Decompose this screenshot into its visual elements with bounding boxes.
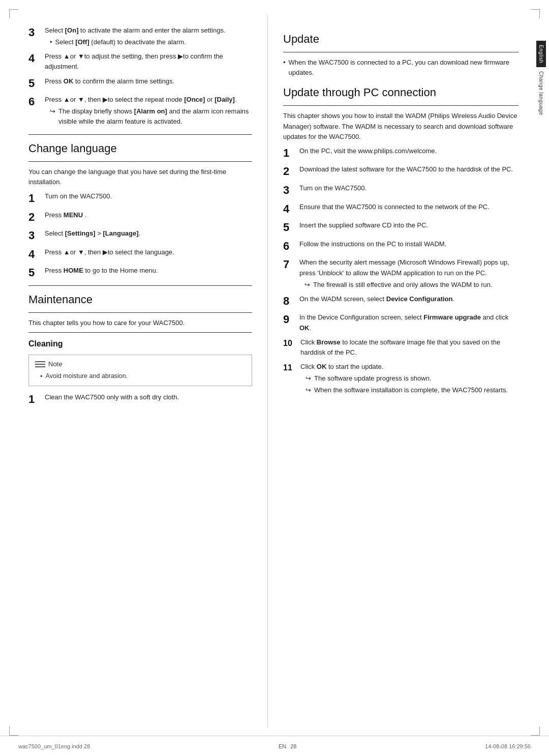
- step-6-arrow: ↪ The display briefly shows [Alarm on] a…: [50, 106, 252, 127]
- upc-step-5-text: Insert the supplied software CD into the…: [299, 221, 428, 229]
- update-section: Update • When the WAC7500 is connected t…: [283, 31, 518, 78]
- corner-mark-tl: [9, 9, 18, 18]
- alarm-steps: 3 Select [On] to activate the alarm and …: [28, 25, 252, 127]
- upc-step-10-text: Click Browse to locate the software imag…: [300, 338, 500, 356]
- cl-step-3-text: Select [Settings] > [Language].: [45, 229, 140, 237]
- bottom-bar: wac7500_um_01eng.indd 28 EN 28 14-08-08 …: [0, 736, 549, 756]
- upc-step-num-3: 3: [283, 183, 295, 198]
- step-5-text: Press OK to confirm the alarm time setti…: [45, 77, 174, 85]
- page-number: 28: [290, 743, 296, 749]
- maintenance-intro: This chapter tells you how to care for y…: [28, 318, 252, 328]
- step-4-content: Press ▲or ▼to adjust the setting, then p…: [45, 51, 252, 72]
- update-bullet-text: When the WAC7500 is connected to a PC, y…: [289, 57, 518, 78]
- step-6-arrow-text: The display briefly shows [Alarm on] and…: [58, 106, 252, 127]
- cl-step-num-3: 3: [28, 228, 41, 243]
- cleaning-steps: 1 Clean the WAC7500 only with a soft dry…: [28, 392, 252, 407]
- alarm-step-3: 3 Select [On] to activate the alarm and …: [28, 25, 252, 47]
- step-number-6: 6: [28, 95, 41, 109]
- maintenance-section: Maintenance This chapter tells you how t…: [28, 285, 252, 407]
- alarm-step-4: 4 Press ▲or ▼to adjust the setting, then…: [28, 51, 252, 72]
- section-divider-maintenance: [28, 285, 252, 286]
- upc-step-4: 4 Ensure that the WAC7500 is connected t…: [283, 202, 518, 217]
- cl-step-5-content: Press HOME to go to the Home menu.: [45, 266, 252, 276]
- upc-step-7-arrow-text: The firewall is still effective and only…: [313, 280, 493, 290]
- upc-step-9: 9 In the Device Configuration screen, se…: [283, 312, 518, 333]
- step-3-content: Select [On] to activate the alarm and en…: [45, 25, 252, 47]
- step-3-sub-text: Select [Off] (default) to deactivate the…: [55, 37, 186, 47]
- upc-step-num-10: 10: [283, 337, 297, 350]
- update-pc-intro: This chapter shows you how to install th…: [283, 111, 518, 141]
- maintenance-title: Maintenance: [28, 291, 252, 308]
- cl-step-5-text: Press HOME to go to the Home menu.: [45, 267, 158, 274]
- update-pc-title: Update through PC connection: [283, 84, 518, 101]
- upc-step-2: 2 Download the latest software for the W…: [283, 164, 518, 179]
- upc-step-10: 10 Click Browse to locate the software i…: [283, 337, 518, 358]
- upc-step-2-content: Download the latest software for the WAC…: [299, 164, 518, 175]
- cl-step-2-text: Press MENU .: [45, 211, 86, 219]
- section-divider-cleaning: [28, 332, 252, 333]
- note-bullet-dot: •: [40, 371, 43, 382]
- cl-step-num-4: 4: [28, 247, 41, 262]
- cl-step-num-2: 2: [28, 210, 41, 225]
- step-number-4: 4: [28, 51, 41, 66]
- cleaning-step-1-text: Clean the WAC7500 only with a soft dry c…: [45, 393, 179, 401]
- upc-step-4-text: Ensure that the WAC7500 is connected to …: [299, 203, 490, 211]
- section-divider-change-lang: [28, 134, 252, 135]
- upc-step-num-6: 6: [283, 239, 295, 254]
- update-bullet-dot: •: [283, 57, 286, 78]
- upc-step-5: 5 Insert the supplied software CD into t…: [283, 220, 518, 235]
- update-bullet: • When the WAC7500 is connected to a PC,…: [283, 57, 518, 78]
- alarm-step-6: 6 Press ▲or ▼, then ▶to select the repea…: [28, 95, 252, 127]
- step-6-text: Press ▲or ▼, then ▶to select the repeat …: [45, 96, 237, 103]
- cleaning-step-1: 1 Clean the WAC7500 only with a soft dry…: [28, 392, 252, 407]
- upc-step-3-text: Turn on the WAC7500.: [299, 184, 367, 192]
- upc-step-num-11: 11: [283, 362, 297, 374]
- corner-mark-bl: [9, 726, 18, 736]
- cleaning-title: Cleaning: [28, 338, 252, 351]
- step-3-text: Select [On] to activate the alarm and en…: [45, 26, 226, 34]
- cl-step-2: 2 Press MENU .: [28, 210, 252, 225]
- note-content: • Avoid moisture and abrasion.: [35, 371, 246, 382]
- upc-step-7-text: When the security alert message (Microso…: [299, 258, 509, 276]
- change-language-steps: 1 Turn on the WAC7500. 2 Press MENU . 3: [28, 191, 252, 280]
- change-language-title: Change language: [28, 140, 252, 157]
- page-wrapper: English Change language 3 Select [On] to…: [0, 0, 549, 756]
- upc-step-11: 11 Click OK to start the update. ↪ The s…: [283, 362, 518, 395]
- cl-step-2-content: Press MENU .: [45, 210, 252, 220]
- alarm-section: 3 Select [On] to activate the alarm and …: [28, 25, 252, 127]
- bullet-dot: •: [50, 37, 52, 47]
- cleaning-step-1-content: Clean the WAC7500 only with a soft dry c…: [45, 392, 252, 402]
- sidebar-tab-change-language[interactable]: Change language: [536, 67, 546, 119]
- upc-step-6-content: Follow the instructions on the PC to ins…: [299, 239, 518, 249]
- upc-step-5-content: Insert the supplied software CD into the…: [299, 220, 518, 230]
- sidebar-tab-english[interactable]: English: [536, 41, 546, 67]
- upc-step-num-2: 2: [283, 164, 295, 179]
- upc-step-6: 6 Follow the instructions on the PC to i…: [283, 239, 518, 254]
- footer-date: 14-08-08 16:29:56: [485, 743, 531, 749]
- upc-step-num-9: 9: [283, 312, 295, 327]
- note-line-2: [35, 364, 45, 365]
- upc-step-num-1: 1: [283, 146, 295, 161]
- section-divider-maintenance-2: [28, 312, 252, 313]
- footer-filename: wac7500_um_01eng.indd 28: [18, 743, 90, 749]
- step-6-content: Press ▲or ▼, then ▶to select the repeat …: [45, 95, 252, 127]
- language-label: EN: [279, 743, 286, 749]
- main-content: 3 Select [On] to activate the alarm and …: [18, 15, 529, 728]
- cl-step-4-text: Press ▲or ▼, then ▶to select the languag…: [45, 248, 174, 256]
- note-label: Note: [48, 359, 62, 369]
- arrow-sym-11b: ↪: [306, 385, 311, 395]
- arrow-sym-11a: ↪: [306, 373, 311, 384]
- section-divider-change-lang-2: [28, 161, 252, 162]
- upc-step-11-arrow-2: ↪ When the software installation is comp…: [306, 385, 518, 395]
- en-page-num: EN 28: [279, 743, 297, 749]
- upc-step-8-text: On the WADM screen, select Device Config…: [299, 295, 454, 303]
- cl-step-1-text: Turn on the WAC7500.: [45, 192, 112, 200]
- arrow-symbol: ↪: [50, 106, 55, 127]
- right-column: Update • When the WAC7500 is connected t…: [267, 15, 529, 728]
- upc-step-num-5: 5: [283, 220, 295, 235]
- alarm-step-5: 5 Press OK to confirm the alarm time set…: [28, 76, 252, 91]
- upc-step-1-content: On the PC, visit the www.philips.com/wel…: [299, 146, 518, 156]
- cl-step-4-content: Press ▲or ▼, then ▶to select the languag…: [45, 247, 252, 257]
- cl-step-5: 5 Press HOME to go to the Home menu.: [28, 266, 252, 280]
- cleaning-step-num-1: 1: [28, 392, 41, 407]
